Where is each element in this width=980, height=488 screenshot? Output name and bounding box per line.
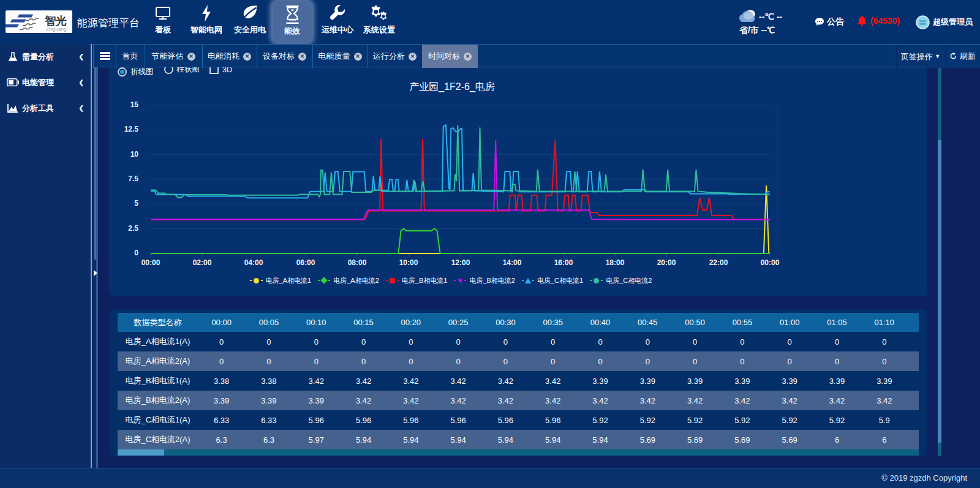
svg-text:Zhiguang: Zhiguang	[46, 26, 66, 32]
svg-text:智光: 智光	[44, 15, 67, 27]
